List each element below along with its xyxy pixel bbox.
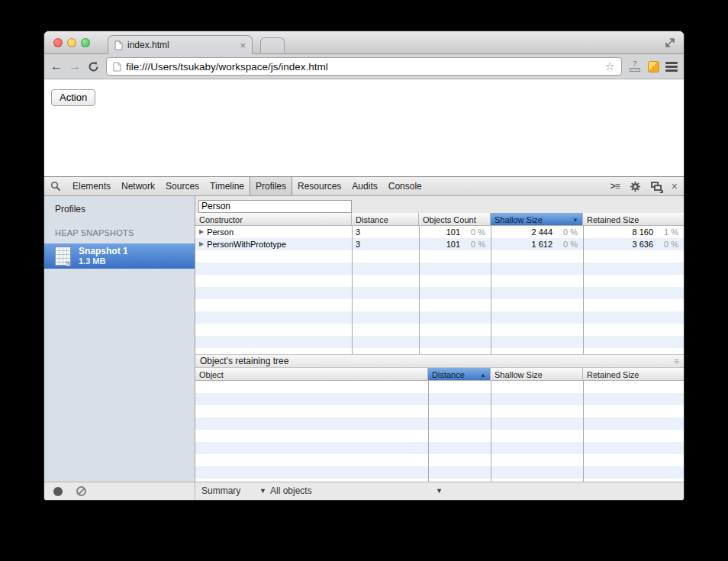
- retaining-tree-columns: Object Distance ▲ Shallow Size Retained …: [195, 368, 684, 381]
- extension-cube-icon[interactable]: [648, 61, 659, 73]
- settings-gear-icon[interactable]: [630, 181, 641, 192]
- devtools-statusbar: Summary ▼ All objects ▼: [44, 482, 684, 500]
- devtools-body: Profiles HEAP SNAPSHOTS % Snapshot 1 1.3…: [44, 196, 684, 482]
- objects-count-value: 101 0 %: [419, 226, 491, 238]
- page-icon: [113, 62, 121, 72]
- browser-window: index.html × ← →: [43, 31, 685, 501]
- constructor-name: Person: [207, 226, 234, 238]
- heap-grid-header: Constructor Distance Objects Count Shall…: [195, 213, 684, 226]
- clear-profiles-icon[interactable]: [76, 486, 86, 496]
- all-objects-dropdown-arrow-icon[interactable]: ▼: [436, 487, 443, 495]
- minimize-window-button[interactable]: [67, 38, 76, 47]
- zoom-window-button[interactable]: [81, 38, 90, 47]
- inspect-search-icon[interactable]: [50, 181, 61, 192]
- column-header-retained-size[interactable]: Retained Size: [583, 213, 684, 225]
- devtools-tabs: Elements Network Sources Timeline Profil…: [67, 177, 427, 195]
- shallow-size-value: 2 444 0 %: [491, 226, 583, 238]
- devtools-toolbar-right: >≡ ×: [610, 181, 678, 192]
- statusbar-left: [44, 482, 195, 500]
- tab-audits[interactable]: Audits: [346, 177, 382, 195]
- class-filter-bar: [195, 196, 684, 213]
- console-drawer-icon[interactable]: >≡: [610, 181, 620, 192]
- column-header-object[interactable]: Object: [195, 368, 428, 380]
- retained-size-value: 8 160 1 %: [583, 226, 684, 238]
- profiles-sidebar: Profiles HEAP SNAPSHOTS % Snapshot 1 1.3…: [44, 196, 195, 482]
- new-tab-button[interactable]: [260, 37, 285, 53]
- retaining-tree-rows: [195, 381, 684, 482]
- snapshot-size: 1.3 MB: [79, 256, 128, 266]
- forward-button[interactable]: →: [69, 60, 81, 73]
- column-header-objects-count[interactable]: Objects Count: [419, 213, 491, 225]
- column-header-distance[interactable]: Distance: [352, 213, 419, 225]
- chrome-menu-icon[interactable]: [665, 62, 678, 72]
- shallow-size-value: 1 612 0 %: [491, 238, 583, 250]
- retaining-tree-title: Object's retaining tree: [200, 356, 288, 366]
- bookmark-star-icon[interactable]: ☆: [605, 60, 615, 73]
- heap-snapshot-icon: %: [55, 247, 71, 266]
- statusbar-main: Summary ▼ All objects ▼: [195, 482, 684, 500]
- tab-console[interactable]: Console: [383, 177, 427, 195]
- sort-asc-icon: ▲: [480, 372, 486, 379]
- objects-count-value: 101 0 %: [419, 238, 491, 250]
- sidebar-item-snapshot-1[interactable]: % Snapshot 1 1.3 MB: [44, 243, 195, 269]
- browser-toolbar: ← → ☆ ?: [44, 54, 684, 79]
- action-button[interactable]: Action: [51, 89, 95, 106]
- table-row[interactable]: ▶ Person 3 101 0 % 2 444 0 %: [195, 226, 684, 238]
- dock-toggle-icon[interactable]: [651, 182, 662, 191]
- tab-resources[interactable]: Resources: [292, 177, 346, 195]
- close-window-button[interactable]: [53, 38, 63, 47]
- column-header-shallow-size[interactable]: Shallow Size ▼: [491, 213, 583, 225]
- column-header-tree-shallow-size[interactable]: Shallow Size: [491, 368, 583, 380]
- window-titlebar: index.html ×: [44, 31, 684, 54]
- constructor-name: PersonWithPrototype: [207, 238, 286, 250]
- heap-snapshots-section-label: HEAP SNAPSHOTS: [44, 214, 195, 237]
- tab-network[interactable]: Network: [116, 177, 160, 195]
- tab-close-icon[interactable]: ×: [240, 40, 246, 50]
- column-header-tree-retained-size[interactable]: Retained Size: [583, 368, 684, 380]
- tab-elements[interactable]: Elements: [67, 177, 116, 195]
- back-button[interactable]: ←: [50, 60, 63, 73]
- all-objects-dropdown[interactable]: All objects: [270, 485, 312, 496]
- tab-timeline[interactable]: Timeline: [205, 177, 250, 195]
- distance-value: 3: [352, 226, 419, 238]
- retaining-tree-header[interactable]: Object's retaining tree ≡: [195, 354, 684, 368]
- column-header-constructor[interactable]: Constructor: [195, 213, 352, 225]
- table-row[interactable]: ▶ PersonWithPrototype 3 101 0 % 1 612 0 …: [195, 238, 684, 250]
- retained-size-value: 3 636 0 %: [583, 238, 684, 250]
- screenshot-background: index.html × ← →: [0, 0, 728, 561]
- heap-grid-rows: ▶ Person 3 101 0 % 2 444 0 %: [195, 226, 684, 354]
- column-header-tree-distance[interactable]: Distance ▲: [428, 368, 491, 380]
- grip-icon[interactable]: ≡: [675, 356, 679, 366]
- summary-dropdown[interactable]: Summary: [201, 485, 240, 496]
- tab-sources[interactable]: Sources: [160, 177, 205, 195]
- summary-dropdown-arrow-icon[interactable]: ▼: [259, 487, 266, 495]
- disclosure-triangle-icon[interactable]: ▶: [199, 238, 204, 250]
- heap-snapshot-view: Constructor Distance Objects Count Shall…: [195, 196, 684, 482]
- fullscreen-expand-icon[interactable]: [664, 37, 676, 49]
- tab-profiles[interactable]: Profiles: [250, 177, 292, 195]
- page-content: Action: [44, 79, 684, 176]
- traffic-lights: [53, 38, 90, 47]
- omnibox[interactable]: ☆: [106, 57, 622, 76]
- page-favicon-icon: [114, 40, 123, 50]
- distance-value: 3: [352, 238, 419, 250]
- devtools-panel: Elements Network Sources Timeline Profil…: [44, 176, 684, 500]
- url-input[interactable]: [126, 61, 601, 73]
- class-filter-input[interactable]: [198, 200, 352, 213]
- reload-icon[interactable]: [87, 60, 100, 73]
- browser-tab[interactable]: index.html ×: [108, 35, 253, 54]
- devtools-toolbar: Elements Network Sources Timeline Profil…: [44, 177, 684, 196]
- disclosure-triangle-icon[interactable]: ▶: [199, 226, 204, 238]
- tab-title: index.html: [127, 40, 235, 50]
- devtools-close-icon[interactable]: ×: [672, 181, 678, 192]
- question-extension-icon[interactable]: ?: [628, 60, 642, 73]
- snapshot-name: Snapshot 1: [79, 247, 128, 256]
- record-heap-icon[interactable]: [53, 487, 63, 496]
- sidebar-title: Profiles: [44, 196, 195, 214]
- sort-desc-icon: ▼: [572, 217, 578, 224]
